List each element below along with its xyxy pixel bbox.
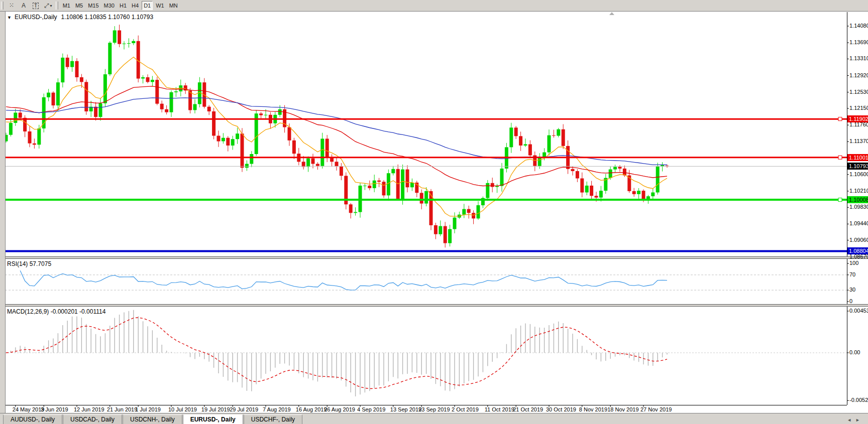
chart-tab-usdcad[interactable]: USDCAD-, Daily <box>63 414 122 424</box>
chart-title: ▼EURUSD-,Daily1.10806 1.10835 1.10760 1.… <box>7 14 153 21</box>
candle <box>656 167 660 193</box>
chart-tab-usdchf[interactable]: USDCHF-, Daily <box>244 414 302 424</box>
text-box-icon[interactable]: T <box>30 1 41 10</box>
candle <box>571 169 575 171</box>
timeframe-button-m1[interactable]: M1 <box>61 1 72 10</box>
candle <box>363 186 367 186</box>
chart-shift-marker-icon[interactable] <box>609 12 614 15</box>
timeframe-button-m5[interactable]: M5 <box>73 1 85 10</box>
line-handle[interactable] <box>838 156 842 159</box>
candle <box>368 186 371 188</box>
tab-scroll-right-icon[interactable]: ► <box>855 417 864 422</box>
candle <box>444 226 447 243</box>
candle <box>391 169 395 174</box>
candle <box>160 104 164 109</box>
tab-scroll-left-icon[interactable]: ◄ <box>847 417 855 422</box>
candle <box>207 107 211 111</box>
candle <box>401 170 404 199</box>
candle <box>632 191 636 194</box>
candle <box>127 43 131 44</box>
rsi-line <box>20 270 667 290</box>
chart-canvas[interactable] <box>0 0 868 424</box>
candle <box>642 191 645 200</box>
timeframe-button-h4[interactable]: H4 <box>130 1 141 10</box>
candle <box>519 136 522 146</box>
candle <box>552 135 556 136</box>
timeframe-button-mn[interactable]: MN <box>167 1 180 10</box>
text-a-glyph: A <box>22 2 26 9</box>
candle <box>491 183 494 187</box>
candle <box>52 93 55 106</box>
candle <box>123 44 126 44</box>
candle <box>509 127 513 147</box>
candle <box>623 169 626 176</box>
candle <box>651 193 655 197</box>
candle <box>387 173 390 195</box>
candle <box>94 107 97 117</box>
cursor-arrows-icon[interactable]: ⤢▾ <box>42 1 54 10</box>
chart-tab-eurusd[interactable]: EURUSD-, Daily <box>183 414 243 424</box>
macd-histogram <box>6 310 667 396</box>
candle <box>113 31 117 43</box>
candle <box>226 138 230 146</box>
candle <box>467 209 471 213</box>
candle <box>562 129 565 146</box>
toolbar-grip[interactable] <box>56 2 58 10</box>
candle <box>448 229 452 243</box>
symbol-dropdown-icon[interactable]: ▼ <box>7 15 12 20</box>
candle <box>47 93 50 97</box>
candle <box>514 127 518 136</box>
candle <box>599 191 603 198</box>
candle <box>245 164 249 168</box>
pane-separator-macd[interactable] <box>0 304 868 307</box>
candle <box>108 43 112 74</box>
candle <box>231 139 235 146</box>
chart-tab-audusd[interactable]: AUDUSD-, Daily <box>3 414 62 424</box>
pane-separator-rsi[interactable] <box>0 256 868 259</box>
candle <box>354 212 357 213</box>
candle <box>548 135 551 153</box>
candle <box>637 191 640 194</box>
candle <box>259 113 263 115</box>
candle <box>576 171 579 179</box>
candle <box>174 91 178 92</box>
timeframe-button-h1[interactable]: H1 <box>118 1 129 10</box>
candle <box>580 179 584 193</box>
dropdown-caret-icon: ▾ <box>50 4 52 8</box>
timeframe-button-m15[interactable]: M15 <box>86 1 100 10</box>
candle <box>155 80 159 104</box>
line-handle[interactable] <box>838 117 842 121</box>
candle <box>14 113 17 123</box>
chart-grid-glyph: ⁙ <box>9 2 14 9</box>
candle <box>222 138 225 142</box>
timeframe-button-group: M1M5M15M30H1H4D1W1MN <box>60 1 180 10</box>
line-handle[interactable] <box>838 198 842 202</box>
timeframe-button-w1[interactable]: W1 <box>154 1 166 10</box>
candle <box>278 109 282 115</box>
candle <box>495 186 499 187</box>
candle <box>241 133 244 168</box>
text-a-icon[interactable]: A <box>18 1 29 10</box>
candle <box>99 103 102 117</box>
chart-tab-bar: AUDUSD-, DailyUSDCAD-, DailyUSDCNH-, Dai… <box>0 413 868 424</box>
candle <box>288 127 291 140</box>
chart-grid-icon[interactable]: ⁙ <box>6 1 17 10</box>
candle <box>212 111 215 136</box>
candle <box>56 82 60 105</box>
candle <box>80 77 83 82</box>
candle <box>217 136 221 142</box>
candle <box>585 186 589 193</box>
chart-symbol-period: EURUSD-,Daily <box>15 14 57 21</box>
chart-tab-usdcnh[interactable]: USDCNH-, Daily <box>123 414 182 424</box>
timeframe-button-m30[interactable]: M30 <box>102 1 117 10</box>
candle <box>595 196 598 197</box>
candle <box>453 218 457 229</box>
candle <box>429 191 433 225</box>
toolbar-grip[interactable] <box>1 2 4 10</box>
candle <box>424 191 428 204</box>
candle <box>311 159 315 164</box>
candle <box>406 170 409 188</box>
candle <box>472 213 475 218</box>
timeframe-button-d1[interactable]: D1 <box>142 1 153 10</box>
candle <box>340 167 343 176</box>
